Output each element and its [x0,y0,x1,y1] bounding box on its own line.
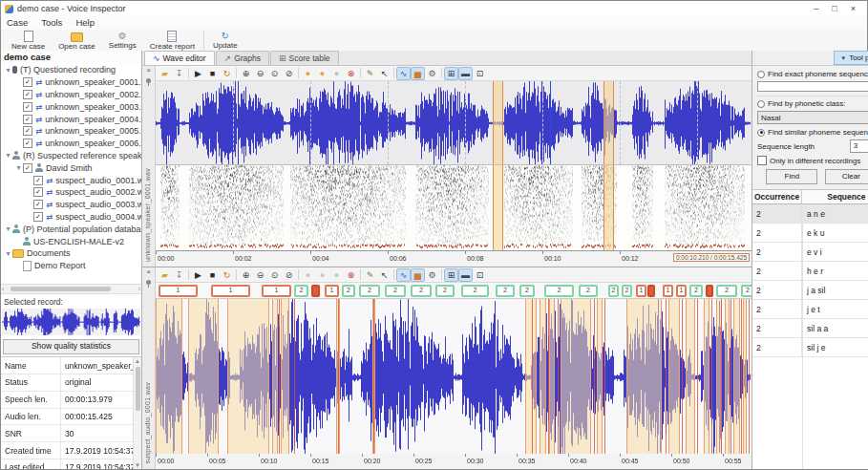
show-quality-statistics-button[interactable]: Show quality statistics [3,339,139,354]
find-exact-radio[interactable] [757,71,765,78]
property-row[interactable]: Nameunknown_speaker_0001... [1,357,141,374]
segment-speaker-2[interactable]: 2 [294,285,308,297]
properties-scrollbar[interactable]: ▲▼ [133,357,141,469]
property-row[interactable]: Created time17.9.2019 10:54:37 [1,442,141,459]
zoom-out-icon[interactable]: ⊖ [253,67,267,80]
marker-c-icon[interactable]: ● [329,268,344,282]
find-button[interactable]: Find [766,169,817,184]
spectrogram-view[interactable] [156,165,752,251]
delete-marker-icon[interactable]: ⊗ [344,268,358,282]
checkbox[interactable]: ✓ [33,176,43,185]
wave-view-icon[interactable]: ∿ [396,67,411,80]
menu-help[interactable]: Help [75,17,95,28]
segment-speaker-2[interactable]: 2 [608,285,619,297]
denoise-icon[interactable]: ✎ [363,67,377,80]
property-row[interactable]: Last edited17.9.2019 10:54:37 [1,459,141,469]
property-row[interactable]: SNR30 [1,425,141,442]
property-row[interactable]: Speech len.00:00:13.979 [1,392,141,409]
checkbox[interactable]: ✓ [23,102,32,112]
pitch-view-icon[interactable]: ⚙ [425,268,439,282]
segment-speaker-2[interactable]: 2 [579,285,598,297]
sequence-row[interactable]: 2j a sil [752,281,868,300]
tree-item[interactable]: Demo Report [1,260,141,272]
spectrum-view-icon[interactable]: ▅ [411,67,425,80]
zoom-selection-icon[interactable]: ⊙ [267,268,282,282]
waveform-canvas[interactable] [156,81,751,165]
segment-speaker-1[interactable]: 1 [159,285,198,297]
segment-speaker-1[interactable]: 1 [325,285,339,297]
denoise-icon[interactable]: ✎ [363,268,377,282]
expander-icon[interactable]: ▾ [4,224,12,233]
segment-speaker-1[interactable]: 1 [636,285,646,297]
expander-icon[interactable]: ▾ [4,66,12,75]
zoom-in-icon[interactable]: ⊕ [239,268,253,282]
open-file-icon[interactable]: ▰ [158,67,172,80]
play-icon[interactable]: ▶ [191,268,205,282]
tree-item[interactable]: ▾Documents [1,247,141,260]
fit-view-icon[interactable]: ⊡ [473,268,487,282]
marker-c-icon[interactable]: ● [329,67,344,80]
segment-speaker-2[interactable]: 2 [342,285,355,297]
stop-icon[interactable]: ■ [205,268,220,282]
expander-icon[interactable]: ▾ [4,151,12,160]
segment-speaker-2[interactable]: 2 [385,285,406,297]
waveform-view-top[interactable] [156,81,752,165]
waveform-view-bottom[interactable] [156,299,752,454]
tree-item[interactable]: ✓⇄unknown_speaker_0005.wav [1,125,141,138]
find-class-radio[interactable] [757,100,765,108]
tree-item[interactable]: ▾✓David Smith [1,161,141,174]
tree-item[interactable]: ✓⇄suspect_audio_0004.wav [1,211,141,224]
occurrence-column-header[interactable]: Occurrence [752,190,802,203]
checkbox[interactable]: ✓ [23,90,32,99]
expander-icon[interactable]: ▾ [4,249,12,258]
open-file-icon[interactable]: ▰ [158,268,172,282]
segment-speaker-2[interactable]: 2 [496,285,515,297]
scroll-right-arrow[interactable]: › [138,285,140,293]
segment-speaker-1[interactable]: 1 [262,285,291,297]
checkbox[interactable]: ✓ [23,163,32,173]
export-audio-icon[interactable]: ↧ [172,67,186,80]
select-cursor-icon[interactable]: ↖ [377,268,392,282]
toolbar-update-button[interactable]: ↻Update [206,31,244,50]
tree-item[interactable]: ▾(P) Potential population database [1,223,141,235]
zoom-selection-icon[interactable]: ⊙ [267,67,282,80]
tree-item[interactable]: ✓⇄unknown_speaker_0006.wav [1,138,141,150]
checkbox[interactable]: ✓ [33,200,43,209]
checkbox[interactable]: ✓ [23,139,32,148]
sequence-row[interactable]: 2e k u [752,224,868,243]
tree-item[interactable]: ✓⇄suspect_audio_0002.wav [1,186,141,199]
stop-icon[interactable]: ■ [205,67,220,80]
select-cursor-icon[interactable]: ↖ [377,67,392,80]
scroll-up-arrow[interactable]: ▲ [134,358,141,364]
tab-score-table[interactable]: ⊞Score table [270,51,339,65]
close-panel-icon[interactable]: × [142,267,155,276]
segment-speaker-2[interactable]: 2 [461,285,489,297]
find-similar-radio[interactable] [757,129,765,137]
sequence-row[interactable]: 2h e r [752,262,868,281]
zoom-fit-icon[interactable]: ⊘ [282,268,296,282]
scrollbar-thumb[interactable] [136,367,140,411]
tree-item[interactable]: ✓⇄unknown_speaker_0002.wav [1,89,141,101]
marker-b-icon[interactable]: ● [315,268,329,282]
sequence-row[interactable]: 2sil a a [752,319,868,338]
menu-case[interactable]: Case [7,17,28,28]
segment-speaker-2[interactable]: 2 [435,285,455,297]
zoom-in-icon[interactable]: ⊕ [239,67,253,80]
checkbox[interactable]: ✓ [33,212,43,222]
snap-grid-icon[interactable]: ⊞ [444,268,458,282]
tree-item[interactable]: ✓⇄suspect_audio_0003.wav [1,199,141,211]
property-row[interactable]: Audio len.00:00:15.425 [1,409,141,426]
sequence-row[interactable]: 2sil j e [752,338,868,357]
tool-panel-toggle-button[interactable]: ▼ Tool panel [834,51,868,65]
segment-speaker-1[interactable]: 1 [211,285,250,297]
scrollbar-thumb[interactable] [11,287,111,291]
pin-icon[interactable] [146,78,151,83]
spectrogram-canvas[interactable] [156,165,751,251]
marker-a-icon[interactable]: ● [301,67,315,80]
segment-speaker-1[interactable]: 1 [676,285,687,297]
tree-item[interactable]: ✓⇄unknown_speaker_0004.wav [1,113,141,125]
only-different-recordings-checkbox[interactable] [757,156,767,165]
tree-horizontal-scrollbar[interactable]: ‹ › [1,284,141,294]
toolbar-new-case-button[interactable]: New case [5,31,52,51]
close-panel-icon[interactable]: × [142,66,155,75]
